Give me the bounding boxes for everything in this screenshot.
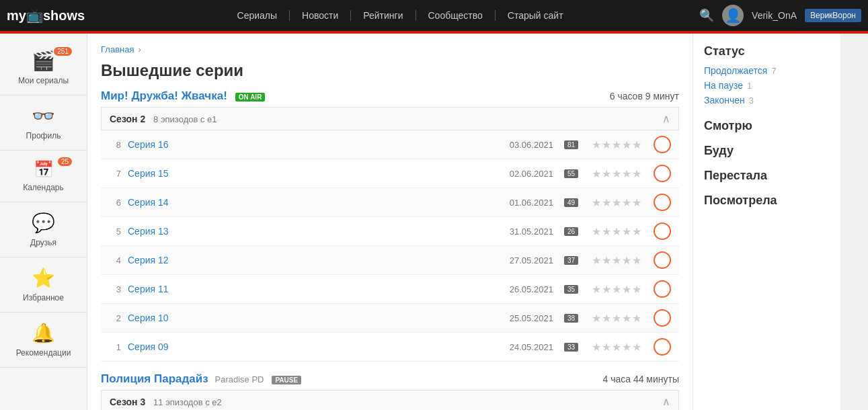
star-2[interactable]: ★ [602,138,611,151]
star-2[interactable]: ★ [602,196,611,209]
vk-badge: ВерикВорон [805,9,861,22]
star-5[interactable]: ★ [632,225,641,238]
nav-ratings[interactable]: Рейтинги [351,10,416,21]
ep-title-link[interactable]: Серия 14 [128,197,169,208]
ep-stars: ★ ★ ★ ★ ★ [592,167,641,180]
friends-icon: 💬 [32,212,55,234]
star-3[interactable]: ★ [612,283,621,296]
star-5[interactable]: ★ [632,167,641,180]
star-3[interactable]: ★ [612,341,621,354]
ep-watch-button[interactable] [654,309,671,327]
star-3[interactable]: ★ [612,196,621,209]
status-continues-link[interactable]: Продолжается [704,65,767,76]
ep-date: 25.05.2021 [510,313,553,323]
star-1[interactable]: ★ [592,341,601,354]
star-4[interactable]: ★ [622,138,631,151]
star-1[interactable]: ★ [592,167,601,180]
search-icon[interactable]: 🔍 [699,8,714,23]
action-watching[interactable]: Смотрю [704,119,830,133]
star-3[interactable]: ★ [612,138,621,151]
show-title-0[interactable]: Мир! Дружба! Жвачка! [101,89,227,102]
star-1[interactable]: ★ [592,138,601,151]
nav-serials[interactable]: Сериалы [225,10,290,21]
ep-watch-button[interactable] [654,136,671,153]
ep-watch-button[interactable] [654,251,671,269]
star-4[interactable]: ★ [622,225,631,238]
sidebar-item-friends[interactable]: 💬 Друзья [0,202,87,257]
star-4[interactable]: ★ [622,254,631,267]
episode-row: 6 Серия 14 01.06.2021 49 ★ ★ ★ ★ ★ [101,188,679,217]
ep-title-link[interactable]: Серия 10 [128,313,169,323]
star-4[interactable]: ★ [622,341,631,354]
sidebar-item-recommendations[interactable]: 🔔 Рекомендации [0,313,87,368]
star-5[interactable]: ★ [632,138,641,151]
star-1[interactable]: ★ [592,312,601,325]
star-4[interactable]: ★ [622,312,631,325]
star-4[interactable]: ★ [622,196,631,209]
status-title: Статус [704,44,830,58]
ep-num: 7 [109,169,121,179]
sidebar-label-favorites: Избранное [23,293,64,302]
sidebar-item-profile[interactable]: 👓 Профиль [0,95,87,151]
ep-title-link[interactable]: Серия 09 [128,341,169,352]
star-2[interactable]: ★ [602,254,611,267]
breadcrumb: Главная › [101,44,679,54]
ep-watch-button[interactable] [654,338,671,356]
star-2[interactable]: ★ [602,312,611,325]
ep-watch-button[interactable] [654,222,671,240]
ep-stars: ★ ★ ★ ★ ★ [592,138,641,151]
nav-community[interactable]: Сообщество [416,10,496,21]
star-5[interactable]: ★ [632,254,641,267]
status-paused-link[interactable]: На паузе [704,80,743,91]
ep-title-link[interactable]: Серия 11 [128,284,169,294]
star-5[interactable]: ★ [632,341,641,354]
ep-watch-button[interactable] [654,165,671,182]
season-toggle-icon-1[interactable]: ∧ [662,395,670,408]
sidebar-item-myshows[interactable]: 🎬 251 Мои сериалы [0,40,87,95]
star-5[interactable]: ★ [632,283,641,296]
star-1[interactable]: ★ [592,283,601,296]
star-2[interactable]: ★ [602,167,611,180]
ep-title-link[interactable]: Серия 13 [128,226,169,237]
ep-watch-button[interactable] [654,280,671,298]
action-will-watch[interactable]: Буду [704,144,830,158]
ep-title-link[interactable]: Серия 15 [128,168,169,179]
star-1[interactable]: ★ [592,196,601,209]
star-1[interactable]: ★ [592,254,601,267]
profile-icon: 👓 [32,105,55,127]
myshows-icon: 🎬 [32,50,55,72]
ep-stars: ★ ★ ★ ★ ★ [592,283,641,296]
star-2[interactable]: ★ [602,341,611,354]
star-1[interactable]: ★ [592,225,601,238]
show-title-1[interactable]: Полиция Парадайз [101,372,208,385]
nav-old-site[interactable]: Старый сайт [496,10,576,21]
ep-watch-button[interactable] [654,194,671,211]
status-finished-link[interactable]: Закончен [704,95,745,106]
star-5[interactable]: ★ [632,312,641,325]
action-stopped[interactable]: Перестала [704,169,830,183]
star-3[interactable]: ★ [612,312,621,325]
star-3[interactable]: ★ [612,254,621,267]
star-5[interactable]: ★ [632,196,641,209]
star-2[interactable]: ★ [602,225,611,238]
ep-title-link[interactable]: Серия 16 [128,139,169,150]
sidebar-item-calendar[interactable]: 📅 25 Календарь [0,151,87,202]
star-2[interactable]: ★ [602,283,611,296]
star-3[interactable]: ★ [612,225,621,238]
star-4[interactable]: ★ [622,283,631,296]
ep-title: Серия 15 [128,168,503,179]
ep-title-link[interactable]: Серия 12 [128,255,169,265]
star-3[interactable]: ★ [612,167,621,180]
season-toggle-icon[interactable]: ∧ [662,112,670,125]
user-name[interactable]: Verik_OnA [752,10,797,21]
ep-num: 3 [109,284,121,294]
nav-news[interactable]: Новости [290,10,351,21]
sidebar-item-favorites[interactable]: ⭐ Избранное [0,257,87,313]
logo[interactable]: my📺shows [7,7,101,24]
status-continues-count: 7 [771,66,776,76]
page-title: Вышедшие серии [101,61,679,80]
main-content: Главная › Вышедшие серии Мир! Дружба! Жв… [87,34,693,410]
star-4[interactable]: ★ [622,167,631,180]
breadcrumb-home[interactable]: Главная [101,44,134,54]
action-watched[interactable]: Посмотрела [704,194,830,208]
